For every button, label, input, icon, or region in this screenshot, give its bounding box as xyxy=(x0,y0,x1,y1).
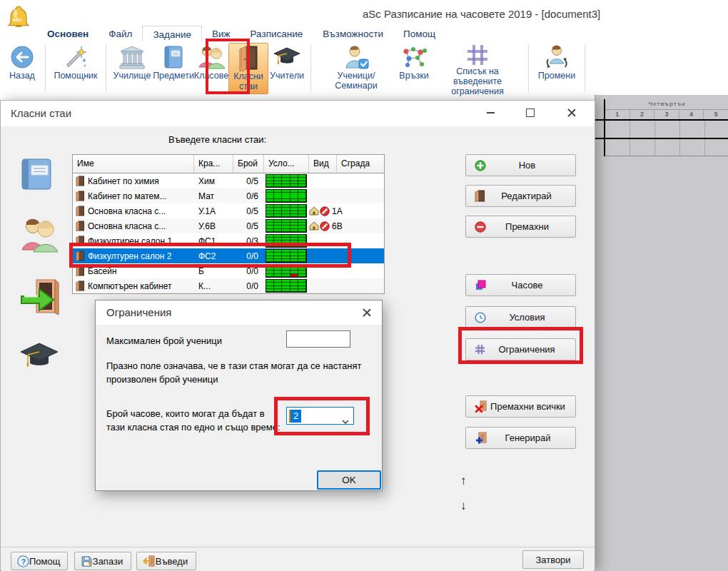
constraints-button[interactable]: Ограничения xyxy=(465,338,576,360)
school-building-icon xyxy=(118,43,146,71)
toolbar-students-seminars-button[interactable]: Ученици/Семинари xyxy=(316,43,396,94)
sidebar-teachers-icon[interactable] xyxy=(19,340,59,376)
import-button[interactable]: Въведи xyxy=(136,552,196,570)
background-timetable-panel: Четвъртък 1 2 3 4 5 xyxy=(595,95,728,571)
max-students-label: Максимален брой ученици xyxy=(106,335,222,348)
house-icon xyxy=(309,206,319,216)
help-button[interactable]: ? Помощ xyxy=(11,552,68,570)
sidebar-classrooms-icon[interactable] xyxy=(19,278,59,318)
col-conditions[interactable]: Усло... xyxy=(264,155,309,173)
app-title: aSc Разписание на часовете 2019 - [docum… xyxy=(363,8,600,20)
max-students-input[interactable] xyxy=(286,330,350,348)
availability-grid[interactable] xyxy=(266,279,307,293)
table-row[interactable]: Басейн Б 0/0 xyxy=(73,263,384,278)
move-down-button[interactable]: ↓ xyxy=(460,499,467,513)
blocked-slot xyxy=(290,274,298,276)
col-type[interactable]: Вид xyxy=(309,155,337,173)
table-row[interactable]: Компютърен кабинет К... 0/0 xyxy=(73,278,384,293)
lessons-button[interactable]: Часове xyxy=(465,274,576,296)
menu-zadanie[interactable]: Задание xyxy=(142,26,202,41)
toolbar-school-button[interactable]: Училище xyxy=(111,43,153,94)
intro-label: Въведете класни стаи: xyxy=(168,134,266,145)
generate-button[interactable]: Генерирай xyxy=(465,427,576,449)
toolbar-wizard-button[interactable]: Помощник xyxy=(51,43,101,94)
simultaneous-hours-combo[interactable]: 2 xyxy=(286,407,354,425)
close-button[interactable] xyxy=(355,302,379,323)
toolbar-classes-button[interactable]: Класове xyxy=(194,43,228,94)
dialog-titlebar[interactable]: Ограничения xyxy=(96,300,382,325)
dialog-title: Класни стаи xyxy=(11,107,71,119)
menu-vij[interactable]: Виж xyxy=(202,27,241,41)
col-short[interactable]: Кра... xyxy=(194,155,233,173)
dialog-title: Ограничения xyxy=(106,306,171,318)
remove-button[interactable]: Премахни xyxy=(465,216,576,238)
availability-grid[interactable] xyxy=(266,264,307,278)
maximize-button[interactable] xyxy=(516,101,545,125)
toolbar-teachers-button[interactable]: Учители xyxy=(268,43,305,94)
close-dialog-button[interactable]: Затвори xyxy=(522,550,584,569)
students-icon xyxy=(197,43,226,71)
door-icon xyxy=(76,221,84,231)
constraints-grid-icon xyxy=(465,43,490,67)
availability-grid[interactable] xyxy=(266,234,307,248)
close-button[interactable] xyxy=(557,101,586,125)
save-icon xyxy=(81,555,92,567)
availability-grid[interactable] xyxy=(266,204,307,218)
table-row[interactable]: Кабинет по химия Хим 0/5 xyxy=(73,173,384,188)
timetable-empty-row xyxy=(605,139,728,156)
table-header: Име Кра... Брой Усло... Вид Сграда xyxy=(73,155,384,173)
save-button[interactable]: Запази xyxy=(74,552,131,570)
toolbar-changes-button[interactable]: Промени xyxy=(534,43,580,94)
new-button[interactable]: Нов xyxy=(465,154,576,176)
menu-razpisanie[interactable]: Разписание xyxy=(241,27,313,41)
remove-all-button[interactable]: Премахни всички xyxy=(465,395,576,418)
links-graph-icon xyxy=(399,43,429,71)
book-icon xyxy=(163,43,183,71)
availability-grid[interactable] xyxy=(266,219,307,233)
toolbar-classrooms-button[interactable]: Класни стаи xyxy=(228,43,268,94)
move-up-button[interactable]: ↑ xyxy=(460,474,467,488)
door-icon xyxy=(76,266,84,276)
table-row[interactable]: Кабинет по матем... Мат 0/6 xyxy=(73,188,384,203)
table-row[interactable]: Физкултирен салон 1 ФС1 0/3 xyxy=(73,233,384,248)
menu-osnoven[interactable]: Основен xyxy=(37,27,98,41)
col-count[interactable]: Брой xyxy=(233,155,264,173)
background-timetable-grid: Четвъртък 1 2 3 4 5 xyxy=(595,99,728,156)
minimize-icon xyxy=(487,112,495,113)
menu-pomosht[interactable]: Помощ xyxy=(393,27,445,41)
table-row[interactable]: Основна класна с... У.1А 0/5 1А xyxy=(73,203,384,218)
home-class-label: 6В xyxy=(332,221,343,231)
import-icon xyxy=(143,555,155,567)
toolbar-back-button[interactable]: Назад xyxy=(4,43,40,94)
menu-file[interactable]: Файл xyxy=(98,27,142,41)
door-icon xyxy=(76,251,84,261)
availability-grid[interactable] xyxy=(266,174,307,188)
toolbar-links-button[interactable]: Връзки xyxy=(396,43,432,94)
ok-button[interactable]: OK xyxy=(317,470,381,490)
edit-button[interactable]: Редактирай xyxy=(465,185,576,207)
availability-grid[interactable] xyxy=(266,189,307,203)
conditions-button[interactable]: Условия xyxy=(465,306,576,328)
sidebar-classes-icon[interactable] xyxy=(19,217,58,256)
table-row[interactable]: Основна класна с... У.6В 0/5 6В xyxy=(73,218,384,233)
minimize-button[interactable] xyxy=(476,101,505,125)
door-icon xyxy=(76,281,84,291)
maximize-icon xyxy=(526,108,535,117)
house-icon xyxy=(309,221,319,231)
toolbar: Назад Помощник Училище Предмети Класове … xyxy=(0,41,728,100)
toolbar-separator xyxy=(106,44,106,91)
toolbar-subjects-button[interactable]: Предмети xyxy=(153,43,194,94)
col-building[interactable]: Сграда xyxy=(337,155,384,173)
availability-grid[interactable] xyxy=(266,249,307,263)
col-name[interactable]: Име xyxy=(73,155,194,173)
door-icon xyxy=(76,236,84,246)
home-classroom-flags: 1А xyxy=(309,206,384,216)
constraints-dialog: Ограничения Максимален брой ученици Праз… xyxy=(95,300,383,491)
chevron-down-icon[interactable] xyxy=(342,414,349,427)
dialog-titlebar[interactable]: Класни стаи xyxy=(1,101,595,126)
table-row-selected[interactable]: Физкултурен салон 2 ФС2 0/0 xyxy=(73,248,384,263)
toolbar-constraints-list-button[interactable]: Списък на въведените ограничения xyxy=(432,43,523,94)
menu-vazmojnosti[interactable]: Възможности xyxy=(313,27,393,41)
sidebar-subjects-icon[interactable] xyxy=(19,158,54,193)
timetable-empty-row xyxy=(605,121,728,138)
